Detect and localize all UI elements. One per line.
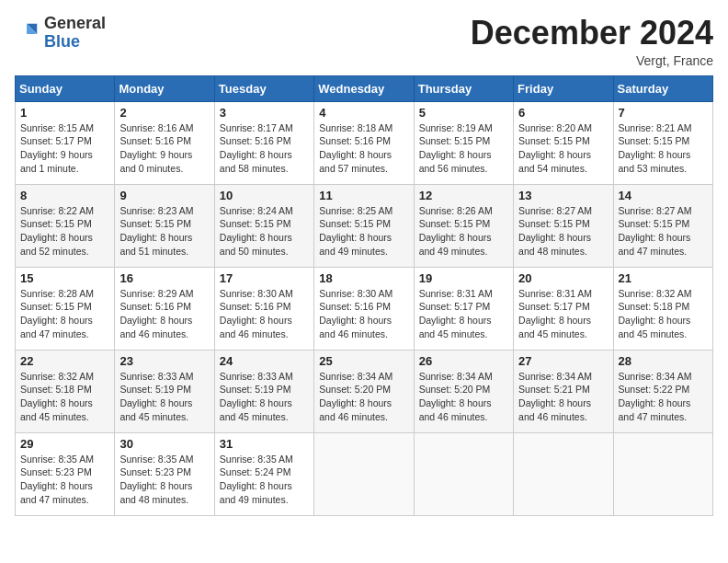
calendar-day-cell: 17 Sunrise: 8:30 AMSunset: 5:16 PMDaylig… bbox=[214, 267, 313, 350]
calendar-day-cell: 3 Sunrise: 8:17 AMSunset: 5:16 PMDayligh… bbox=[214, 101, 313, 184]
day-detail: Sunrise: 8:30 AMSunset: 5:16 PMDaylight:… bbox=[319, 288, 392, 339]
day-number: 15 bbox=[20, 271, 109, 285]
calendar-day-cell: 31 Sunrise: 8:35 AMSunset: 5:24 PMDaylig… bbox=[214, 432, 313, 515]
calendar-day-cell: 19 Sunrise: 8:31 AMSunset: 5:17 PMDaylig… bbox=[414, 267, 513, 350]
calendar-day-cell: 6 Sunrise: 8:20 AMSunset: 5:15 PMDayligh… bbox=[514, 101, 613, 184]
day-detail: Sunrise: 8:32 AMSunset: 5:18 PMDaylight:… bbox=[619, 288, 692, 339]
day-detail: Sunrise: 8:29 AMSunset: 5:16 PMDaylight:… bbox=[119, 288, 193, 339]
day-detail: Sunrise: 8:35 AMSunset: 5:24 PMDaylight:… bbox=[220, 454, 293, 505]
calendar-day-cell: 8 Sunrise: 8:22 AMSunset: 5:15 PMDayligh… bbox=[16, 184, 115, 267]
calendar-day-cell: 14 Sunrise: 8:27 AMSunset: 5:15 PMDaylig… bbox=[613, 184, 712, 267]
day-detail: Sunrise: 8:23 AMSunset: 5:15 PMDaylight:… bbox=[119, 205, 193, 257]
day-detail: Sunrise: 8:25 AMSunset: 5:15 PMDaylight:… bbox=[319, 205, 392, 257]
calendar-week-row: 15 Sunrise: 8:28 AMSunset: 5:15 PMDaylig… bbox=[16, 267, 713, 350]
calendar-week-row: 22 Sunrise: 8:32 AMSunset: 5:18 PMDaylig… bbox=[16, 350, 713, 432]
calendar-week-row: 8 Sunrise: 8:22 AMSunset: 5:15 PMDayligh… bbox=[16, 184, 713, 267]
calendar-day-cell: 28 Sunrise: 8:34 AMSunset: 5:22 PMDaylig… bbox=[613, 350, 712, 432]
calendar-day-cell: 22 Sunrise: 8:32 AMSunset: 5:18 PMDaylig… bbox=[16, 350, 115, 432]
calendar-day-cell: 4 Sunrise: 8:18 AMSunset: 5:16 PMDayligh… bbox=[314, 101, 414, 184]
day-number: 21 bbox=[619, 271, 708, 285]
calendar-day-cell bbox=[414, 432, 513, 515]
calendar-day-cell: 30 Sunrise: 8:35 AMSunset: 5:23 PMDaylig… bbox=[115, 432, 214, 515]
day-detail: Sunrise: 8:31 AMSunset: 5:17 PMDaylight:… bbox=[419, 288, 493, 339]
col-friday: Friday bbox=[514, 75, 613, 101]
day-detail: Sunrise: 8:30 AMSunset: 5:16 PMDaylight:… bbox=[220, 288, 293, 339]
calendar-day-cell: 26 Sunrise: 8:34 AMSunset: 5:20 PMDaylig… bbox=[414, 350, 513, 432]
logo-icon bbox=[15, 20, 40, 46]
header-row: Sunday Monday Tuesday Wednesday Thursday… bbox=[16, 75, 713, 101]
page-header: General Blue December 2024 Vergt, France bbox=[15, 15, 713, 68]
day-number: 25 bbox=[319, 354, 408, 368]
day-number: 9 bbox=[119, 189, 209, 202]
calendar-day-cell: 7 Sunrise: 8:21 AMSunset: 5:15 PMDayligh… bbox=[613, 101, 712, 184]
day-number: 7 bbox=[619, 106, 708, 120]
day-number: 30 bbox=[119, 437, 209, 451]
calendar-week-row: 29 Sunrise: 8:35 AMSunset: 5:23 PMDaylig… bbox=[16, 432, 713, 515]
day-number: 29 bbox=[20, 437, 109, 451]
day-number: 28 bbox=[619, 354, 708, 368]
col-tuesday: Tuesday bbox=[214, 75, 313, 101]
day-detail: Sunrise: 8:16 AMSunset: 5:16 PMDaylight:… bbox=[119, 122, 193, 174]
col-thursday: Thursday bbox=[414, 75, 513, 101]
day-number: 12 bbox=[419, 189, 508, 202]
day-number: 10 bbox=[220, 189, 309, 202]
title-block: December 2024 Vergt, France bbox=[471, 15, 713, 68]
calendar-day-cell: 15 Sunrise: 8:28 AMSunset: 5:15 PMDaylig… bbox=[16, 267, 115, 350]
calendar-day-cell: 10 Sunrise: 8:24 AMSunset: 5:15 PMDaylig… bbox=[214, 184, 313, 267]
day-detail: Sunrise: 8:34 AMSunset: 5:20 PMDaylight:… bbox=[319, 371, 392, 422]
day-number: 31 bbox=[220, 437, 309, 451]
calendar-day-cell: 21 Sunrise: 8:32 AMSunset: 5:18 PMDaylig… bbox=[613, 267, 712, 350]
calendar-day-cell: 13 Sunrise: 8:27 AMSunset: 5:15 PMDaylig… bbox=[514, 184, 613, 267]
day-detail: Sunrise: 8:22 AMSunset: 5:15 PMDaylight:… bbox=[20, 205, 94, 257]
day-detail: Sunrise: 8:17 AMSunset: 5:16 PMDaylight:… bbox=[220, 122, 293, 174]
logo-blue: Blue bbox=[44, 32, 80, 51]
calendar-day-cell: 24 Sunrise: 8:33 AMSunset: 5:19 PMDaylig… bbox=[214, 350, 313, 432]
calendar-day-cell: 20 Sunrise: 8:31 AMSunset: 5:17 PMDaylig… bbox=[514, 267, 613, 350]
day-detail: Sunrise: 8:19 AMSunset: 5:15 PMDaylight:… bbox=[419, 122, 493, 174]
day-number: 23 bbox=[119, 354, 209, 368]
col-saturday: Saturday bbox=[613, 75, 712, 101]
col-sunday: Sunday bbox=[16, 75, 115, 101]
day-number: 2 bbox=[119, 106, 209, 120]
logo-text: General Blue bbox=[44, 15, 106, 52]
day-number: 3 bbox=[220, 106, 309, 120]
day-detail: Sunrise: 8:34 AMSunset: 5:21 PMDaylight:… bbox=[518, 371, 592, 422]
day-detail: Sunrise: 8:33 AMSunset: 5:19 PMDaylight:… bbox=[119, 371, 193, 422]
day-detail: Sunrise: 8:26 AMSunset: 5:15 PMDaylight:… bbox=[419, 205, 493, 257]
logo: General Blue bbox=[15, 15, 106, 52]
calendar-day-cell: 12 Sunrise: 8:26 AMSunset: 5:15 PMDaylig… bbox=[414, 184, 513, 267]
day-number: 1 bbox=[20, 106, 109, 120]
day-detail: Sunrise: 8:35 AMSunset: 5:23 PMDaylight:… bbox=[20, 454, 94, 505]
calendar-day-cell: 18 Sunrise: 8:30 AMSunset: 5:16 PMDaylig… bbox=[314, 267, 414, 350]
day-number: 4 bbox=[319, 106, 408, 120]
calendar-day-cell: 25 Sunrise: 8:34 AMSunset: 5:20 PMDaylig… bbox=[314, 350, 414, 432]
day-number: 8 bbox=[20, 189, 109, 202]
day-number: 27 bbox=[518, 354, 608, 368]
logo-general: General bbox=[44, 14, 106, 32]
day-detail: Sunrise: 8:34 AMSunset: 5:22 PMDaylight:… bbox=[619, 371, 692, 422]
day-detail: Sunrise: 8:27 AMSunset: 5:15 PMDaylight:… bbox=[619, 205, 692, 257]
day-detail: Sunrise: 8:15 AMSunset: 5:17 PMDaylight:… bbox=[20, 122, 94, 174]
day-detail: Sunrise: 8:24 AMSunset: 5:15 PMDaylight:… bbox=[220, 205, 293, 257]
day-number: 24 bbox=[220, 354, 309, 368]
calendar-day-cell: 1 Sunrise: 8:15 AMSunset: 5:17 PMDayligh… bbox=[16, 101, 115, 184]
col-monday: Monday bbox=[115, 75, 214, 101]
calendar-day-cell: 5 Sunrise: 8:19 AMSunset: 5:15 PMDayligh… bbox=[414, 101, 513, 184]
calendar-day-cell: 23 Sunrise: 8:33 AMSunset: 5:19 PMDaylig… bbox=[115, 350, 214, 432]
calendar-week-row: 1 Sunrise: 8:15 AMSunset: 5:17 PMDayligh… bbox=[16, 101, 713, 184]
calendar-day-cell bbox=[314, 432, 414, 515]
day-number: 14 bbox=[619, 189, 708, 202]
day-number: 11 bbox=[319, 189, 408, 202]
day-number: 17 bbox=[220, 271, 309, 285]
day-number: 20 bbox=[518, 271, 608, 285]
day-detail: Sunrise: 8:32 AMSunset: 5:18 PMDaylight:… bbox=[20, 371, 94, 422]
day-detail: Sunrise: 8:28 AMSunset: 5:15 PMDaylight:… bbox=[20, 288, 94, 339]
day-detail: Sunrise: 8:31 AMSunset: 5:17 PMDaylight:… bbox=[518, 288, 592, 339]
day-number: 5 bbox=[419, 106, 508, 120]
day-detail: Sunrise: 8:20 AMSunset: 5:15 PMDaylight:… bbox=[518, 122, 592, 174]
day-detail: Sunrise: 8:35 AMSunset: 5:23 PMDaylight:… bbox=[119, 454, 193, 505]
calendar-table: Sunday Monday Tuesday Wednesday Thursday… bbox=[15, 75, 713, 516]
day-number: 18 bbox=[319, 271, 408, 285]
day-number: 13 bbox=[518, 189, 608, 202]
calendar-day-cell: 16 Sunrise: 8:29 AMSunset: 5:16 PMDaylig… bbox=[115, 267, 214, 350]
